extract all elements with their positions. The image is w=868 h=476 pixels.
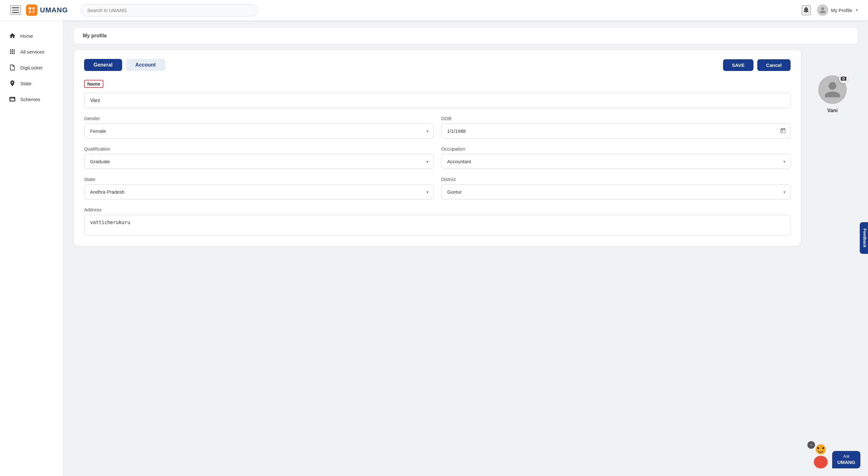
profile-card: General Account SAVE Cancel Name	[74, 50, 801, 246]
header-right: My Profile ▾	[802, 4, 858, 16]
schemes-icon	[9, 96, 16, 103]
address-label: Address	[84, 207, 790, 212]
tab-account[interactable]: Account	[126, 59, 165, 71]
state-field: State Andhra Pradesh Telangana Karnataka…	[84, 176, 434, 199]
profile-form: Name Gender Female Male Other	[84, 80, 790, 237]
qualification-select[interactable]: Graduate High School Post Graduate	[84, 154, 434, 169]
dob-wrapper	[441, 124, 791, 138]
umang-text: UMANG	[837, 459, 855, 466]
name-label: Name	[84, 80, 103, 88]
camera-icon	[841, 76, 846, 81]
ask-umang-character	[809, 443, 832, 468]
sidebar-item-digilocker[interactable]: DigiLocker	[0, 60, 63, 75]
sidebar-item-state[interactable]: State	[0, 75, 63, 91]
notification-button[interactable]	[802, 5, 811, 15]
sidebar-item-state-label: State	[20, 81, 31, 86]
umang-logo-svg	[28, 7, 35, 13]
sidebar-item-all-services-label: All services	[20, 49, 44, 55]
svg-point-7	[822, 447, 824, 449]
dob-field: DOB	[441, 116, 791, 138]
tabs-row: General Account SAVE Cancel	[84, 59, 790, 71]
feedback-tab[interactable]: Feedback	[860, 222, 868, 254]
state-select[interactable]: Andhra Pradesh Telangana Karnataka Mahar…	[84, 184, 434, 199]
svg-rect-1	[32, 7, 35, 9]
avatar-section	[818, 75, 847, 104]
svg-rect-2	[29, 11, 31, 13]
sidebar-item-digilocker-label: DigiLocker	[20, 65, 43, 70]
district-field: District Guntur Vijayawada Visakhapatnam	[441, 176, 791, 199]
search-bar	[81, 4, 258, 16]
district-select-wrapper: Guntur Vijayawada Visakhapatnam	[441, 184, 791, 199]
search-input[interactable]	[81, 4, 258, 16]
ask-umang-bubble[interactable]: Ask UMANG	[832, 451, 860, 468]
save-button[interactable]: SAVE	[723, 59, 753, 71]
cancel-button[interactable]: Cancel	[757, 59, 790, 71]
ask-text: Ask	[843, 454, 849, 459]
sidebar-item-all-services[interactable]: All services	[0, 44, 63, 60]
camera-upload-button[interactable]	[839, 74, 848, 83]
logo-text: UMANG	[40, 6, 68, 14]
name-field-group: Name	[84, 80, 790, 90]
address-field: Address vatticherukuru	[84, 207, 790, 237]
bell-icon	[802, 6, 810, 13]
logo[interactable]: UMANG	[26, 4, 68, 16]
sidebar-item-schemes[interactable]: Schemes	[0, 91, 63, 107]
state-icon	[9, 80, 16, 87]
profile-section: General Account SAVE Cancel Name	[74, 50, 858, 246]
dob-label: DOB	[441, 116, 791, 121]
app-body: Home All services DigiLocker State Schem…	[0, 20, 868, 476]
sidebar-item-home[interactable]: Home	[0, 28, 63, 44]
avatar-name: Vani	[827, 108, 838, 113]
state-district-row: State Andhra Pradesh Telangana Karnataka…	[84, 176, 790, 199]
gender-field: Gender Female Male Other	[84, 116, 434, 138]
umang-character-svg	[809, 443, 832, 468]
sidebar: Home All services DigiLocker State Schem…	[0, 20, 63, 476]
dob-input[interactable]	[441, 124, 791, 138]
district-select[interactable]: Guntur Vijayawada Visakhapatnam	[441, 184, 791, 199]
qualification-select-wrapper: Graduate High School Post Graduate	[84, 154, 434, 169]
gender-label: Gender	[84, 116, 434, 121]
home-icon	[9, 32, 16, 39]
my-profile-button[interactable]: My Profile ▾	[817, 4, 858, 16]
my-profile-label: My Profile	[831, 8, 852, 13]
sidebar-item-schemes-label: Schemes	[20, 97, 40, 102]
hamburger-button[interactable]	[10, 5, 21, 15]
district-label: District	[441, 176, 791, 182]
state-select-wrapper: Andhra Pradesh Telangana Karnataka Mahar…	[84, 184, 434, 199]
ask-umang-widget: Ask UMANG	[809, 443, 860, 468]
address-input[interactable]: vatticherukuru	[84, 215, 790, 236]
name-input[interactable]	[84, 93, 790, 108]
svg-point-4	[816, 444, 826, 454]
occupation-select-wrapper: Accountant Student Employed Other	[441, 154, 791, 169]
occupation-field: Occupation Accountant Student Employed O…	[441, 146, 791, 169]
gender-select[interactable]: Female Male Other	[84, 124, 434, 138]
svg-point-5	[814, 456, 828, 468]
profile-avatar	[817, 4, 828, 16]
occupation-label: Occupation	[441, 146, 791, 151]
qualification-label: Qualification	[84, 146, 434, 151]
svg-rect-3	[32, 11, 35, 13]
breadcrumb: My profile	[74, 28, 858, 44]
qual-occupation-row: Qualification Graduate High School Post …	[84, 146, 790, 169]
gender-dob-row: Gender Female Male Other DOB	[84, 116, 790, 138]
user-avatar-icon	[819, 7, 826, 13]
header-left: UMANG	[10, 4, 68, 16]
svg-point-6	[817, 447, 819, 449]
gender-select-wrapper: Female Male Other	[84, 124, 434, 138]
main-content: My profile General Account SAVE Cancel	[64, 20, 868, 476]
logo-icon	[26, 4, 37, 16]
profile-chevron-icon: ▾	[856, 8, 858, 12]
svg-rect-0	[29, 7, 31, 9]
qualification-field: Qualification Graduate High School Post …	[84, 146, 434, 169]
tab-actions: SAVE Cancel	[723, 59, 790, 71]
app-header: UMANG My Profile ▾	[0, 0, 868, 20]
avatar-person-icon	[823, 80, 842, 99]
state-label: State	[84, 176, 434, 182]
breadcrumb-label: My profile	[83, 33, 107, 38]
right-panel: Vani	[807, 50, 858, 113]
grid-icon	[9, 48, 16, 55]
digilocker-icon	[9, 64, 16, 71]
tab-general[interactable]: General	[84, 59, 122, 71]
sidebar-item-home-label: Home	[20, 33, 33, 39]
occupation-select[interactable]: Accountant Student Employed Other	[441, 154, 791, 169]
